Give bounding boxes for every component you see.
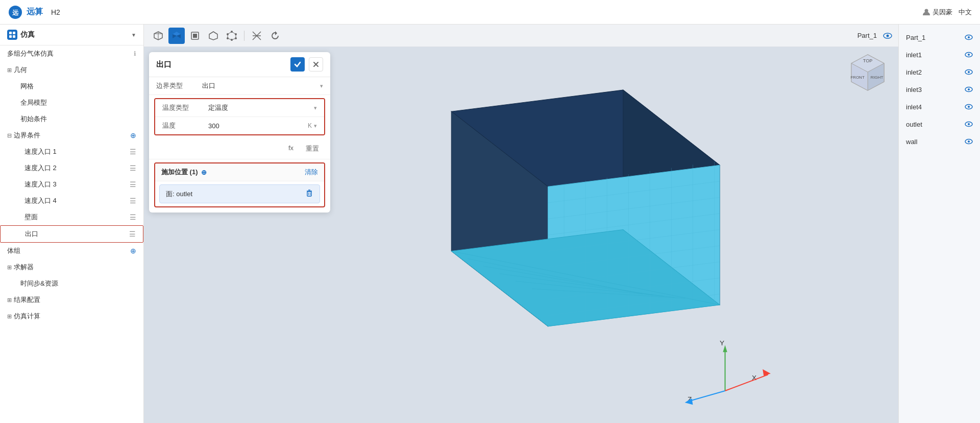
- eye-icon[interactable]: [965, 68, 973, 76]
- cube-wire-icon: [208, 31, 218, 41]
- menu-icon[interactable]: ☰: [129, 230, 136, 238]
- toolbar-btn-cube-wire2[interactable]: [205, 28, 222, 44]
- temp-val: 300: [208, 122, 219, 130]
- cube-outline-icon: [153, 31, 163, 41]
- right-panel-item-inlet2[interactable]: inlet2: [899, 63, 980, 81]
- sidebar-item-inlet3[interactable]: 速度入口 3 ☰: [0, 176, 143, 193]
- menu-icon[interactable]: ☰: [130, 164, 136, 172]
- right-panel-item-wall[interactable]: wall: [899, 133, 980, 150]
- sidebar-item-init-condition[interactable]: 初始条件: [0, 111, 143, 127]
- fx-button[interactable]: fx: [284, 143, 298, 155]
- sidebar-item-label: 多组分气体仿真: [7, 49, 54, 58]
- temp-value-row: 温度 300 K ▾: [155, 117, 324, 134]
- sidebar: 仿真 ▼ 多组分气体仿真 ℹ ⊞ 几何 网格 全局模型 初始条件 ⊟ 边界条件 …: [0, 25, 144, 423]
- menu-icon[interactable]: ☰: [130, 197, 136, 205]
- toolbar-btn-cube-face[interactable]: [187, 28, 203, 44]
- sidebar-item-geometry[interactable]: ⊞ 几何: [0, 62, 143, 78]
- add-location-icon[interactable]: ⊕: [201, 169, 207, 176]
- panel-header-btns: [290, 57, 323, 72]
- toolbar-btn-cube-solid[interactable]: [168, 28, 185, 44]
- temp-type-chevron-icon: ▾: [314, 105, 317, 111]
- sidebar-item-inlet4[interactable]: 速度入口 4 ☰: [0, 193, 143, 209]
- right-panel-item-inlet3[interactable]: inlet3: [899, 81, 980, 98]
- svg-rect-6: [13, 35, 15, 38]
- eye-icon-toolbar[interactable]: [883, 31, 892, 40]
- toolbar-btn-cube-outline[interactable]: [150, 28, 166, 44]
- toolbar-btn-cube-point[interactable]: [224, 28, 240, 44]
- menu-icon[interactable]: ☰: [130, 213, 136, 221]
- toolbar-btn-scissors[interactable]: [249, 28, 265, 44]
- eye-icon[interactable]: [965, 120, 973, 128]
- sidebar-item-solver[interactable]: ⊞ 求解器: [0, 259, 143, 275]
- add-body-icon[interactable]: ⊕: [130, 247, 136, 255]
- svg-rect-15: [193, 34, 197, 38]
- right-panel: Part_1 inlet1 inlet2 inlet3: [898, 25, 980, 423]
- main-area: 仿真 ▼ 多组分气体仿真 ℹ ⊞ 几何 网格 全局模型 初始条件 ⊟ 边界条件 …: [0, 25, 980, 423]
- menu-icon[interactable]: ☰: [130, 180, 136, 189]
- menu-icon[interactable]: ☰: [130, 148, 136, 156]
- axis-cube-container: TOP RIGHT FRONT: [847, 52, 888, 95]
- sidebar-item-mesh[interactable]: 网格: [0, 78, 143, 95]
- svg-point-86: [968, 71, 970, 73]
- sidebar-item-outlet[interactable]: 出口 ☰: [0, 225, 143, 243]
- temp-unit-chevron-icon[interactable]: ▾: [314, 123, 317, 129]
- svg-marker-16: [209, 32, 217, 40]
- cube-point-icon: [227, 31, 237, 41]
- delete-location-icon[interactable]: [305, 189, 313, 199]
- eye-icon[interactable]: [965, 33, 973, 41]
- right-panel-item-label: outlet: [906, 121, 922, 128]
- sidebar-item-global-model[interactable]: 全局模型: [0, 95, 143, 111]
- sidebar-item-inlet1[interactable]: 速度入口 1 ☰: [0, 144, 143, 160]
- sidebar-item-label: 出口: [25, 229, 129, 239]
- user-icon: [922, 8, 930, 16]
- sidebar-collapse-icon[interactable]: ▼: [131, 32, 136, 38]
- checkmark-icon: [294, 61, 301, 68]
- clear-location-button[interactable]: 清除: [305, 168, 318, 177]
- sidebar-item-sim-calc[interactable]: ⊞ 仿真计算: [0, 308, 143, 324]
- svg-point-29: [887, 34, 889, 37]
- sidebar-item-label: 速度入口 4: [24, 196, 130, 205]
- svg-marker-17: [228, 32, 236, 40]
- panel-actions: fx 重置: [149, 138, 330, 159]
- svg-line-65: [688, 391, 725, 402]
- right-panel-item-inlet4[interactable]: inlet4: [899, 98, 980, 115]
- svg-point-92: [968, 123, 970, 125]
- right-panel-item-label: wall: [906, 138, 917, 146]
- sidebar-item-label: 几何: [14, 65, 27, 75]
- eye-icon[interactable]: [965, 85, 973, 93]
- sidebar-item-timestep[interactable]: 时间步&资源: [0, 275, 143, 292]
- user-menu[interactable]: 吴因豪: [922, 8, 952, 17]
- cube-solid-icon: [172, 31, 182, 41]
- right-panel-item-label: Part_1: [906, 34, 925, 41]
- logo[interactable]: 远 远算 H2: [8, 5, 60, 19]
- eye-icon[interactable]: [965, 137, 973, 146]
- add-boundary-icon[interactable]: ⊕: [130, 131, 136, 139]
- sidebar-item-result-config[interactable]: ⊞ 结果配置: [0, 292, 143, 308]
- sidebar-item-inlet2[interactable]: 速度入口 2 ☰: [0, 160, 143, 176]
- toolbar-btn-refresh[interactable]: [267, 28, 283, 44]
- language-selector[interactable]: 中文: [959, 8, 972, 17]
- svg-text:RIGHT: RIGHT: [871, 75, 884, 80]
- right-panel-item-inlet1[interactable]: inlet1: [899, 46, 980, 63]
- sidebar-item-boundary[interactable]: ⊟ 边界条件 ⊕: [0, 127, 143, 144]
- panel-confirm-button[interactable]: [290, 57, 305, 72]
- sidebar-item-body-group[interactable]: 体组 ⊕: [0, 243, 143, 259]
- sidebar-item-label: 时间步&资源: [20, 279, 136, 288]
- svg-point-90: [968, 106, 970, 108]
- panel-close-button[interactable]: [309, 57, 323, 72]
- right-panel-item-part1[interactable]: Part_1: [899, 29, 980, 46]
- temp-label: 温度: [162, 121, 208, 130]
- right-panel-item-outlet[interactable]: outlet: [899, 115, 980, 133]
- app-subtitle: H2: [51, 8, 60, 16]
- svg-line-63: [725, 374, 768, 391]
- sidebar-item-wall[interactable]: 壁面 ☰: [0, 209, 143, 225]
- viewport[interactable]: Part_1: [144, 25, 898, 423]
- location-item-text: 面: outlet: [166, 190, 305, 199]
- location-title: 施加位置 (1) ⊕: [161, 168, 207, 177]
- sidebar-item-multi-gas[interactable]: 多组分气体仿真 ℹ: [0, 45, 143, 62]
- svg-marker-27: [275, 31, 277, 35]
- reset-button[interactable]: 重置: [302, 143, 323, 155]
- eye-icon[interactable]: [965, 103, 973, 111]
- eye-icon[interactable]: [965, 51, 973, 59]
- svg-point-88: [968, 88, 970, 90]
